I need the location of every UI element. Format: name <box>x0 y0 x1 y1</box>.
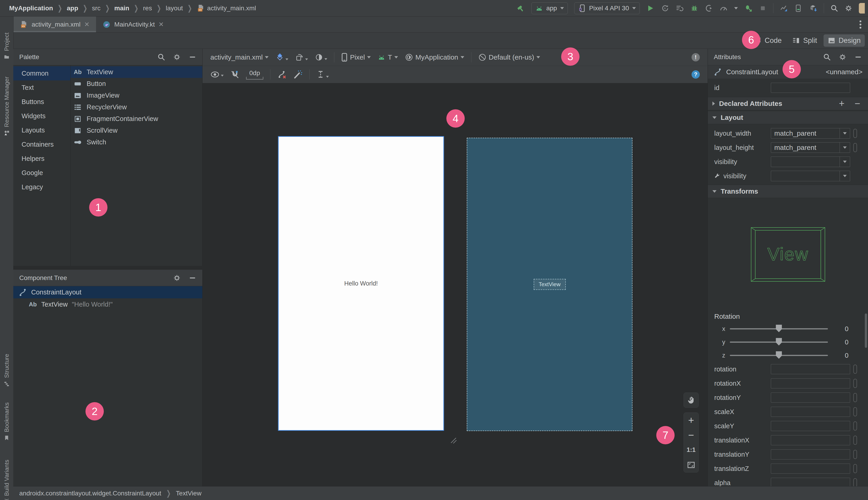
palette-component-scrollview[interactable]: ScrollView <box>71 125 202 136</box>
remove-attribute-button[interactable]: − <box>855 98 860 109</box>
build-hammer-icon[interactable] <box>517 4 525 12</box>
resource-pill-toggle[interactable] <box>853 407 857 416</box>
resource-pill-toggle[interactable] <box>853 143 857 152</box>
layout-inspector-icon[interactable] <box>780 4 788 12</box>
transforms-section[interactable]: Transforms <box>708 185 868 198</box>
tab-mainactivity-kt[interactable]: MainActivity.kt ✕ <box>96 16 170 32</box>
rotation-slider-y[interactable] <box>730 336 828 349</box>
palette-component-imageview[interactable]: ImageView <box>71 90 202 101</box>
clear-constraints-button[interactable] <box>277 70 286 79</box>
attribute-input-translationX[interactable] <box>771 435 850 445</box>
palette-category-containers[interactable]: Containers <box>13 137 70 151</box>
sdk-manager-icon[interactable] <box>809 4 818 12</box>
attribute-input-alpha[interactable] <box>771 478 850 486</box>
sidebar-item-resource-manager[interactable]: Resource Manager <box>0 77 13 136</box>
attach-debugger-icon[interactable] <box>744 4 753 12</box>
tree-item-constraintlayout[interactable]: ConstraintLayout <box>13 286 202 298</box>
attribute-value-dropdown[interactable] <box>771 171 850 181</box>
scrollbar-thumb[interactable] <box>865 314 867 348</box>
autoconnect-toggle[interactable] <box>230 70 239 79</box>
chevron-down-icon[interactable] <box>840 171 850 181</box>
help-icon[interactable]: ? <box>692 70 700 79</box>
attribute-input-rotationX[interactable] <box>771 378 850 388</box>
breadcrumb-item[interactable]: src <box>92 4 100 12</box>
resource-pill-toggle[interactable] <box>853 379 857 388</box>
sidebar-item-structure[interactable]: Structure <box>0 354 13 387</box>
debug-button[interactable] <box>690 4 698 12</box>
attribute-input-scaleY[interactable] <box>771 421 850 431</box>
chevron-down-icon[interactable] <box>734 7 738 9</box>
hello-world-text[interactable]: Hello World! <box>344 280 378 287</box>
search-icon[interactable] <box>157 53 165 61</box>
close-icon[interactable]: ✕ <box>84 21 89 28</box>
view-mode-split[interactable]: Split <box>788 34 821 47</box>
rotation-slider-z[interactable] <box>730 349 828 362</box>
search-icon[interactable] <box>823 53 831 61</box>
resource-pill-toggle[interactable] <box>853 478 857 486</box>
declared-attributes-section[interactable]: Declared Attributes + − <box>708 97 868 110</box>
canvas-resize-grip[interactable] <box>449 436 457 444</box>
orientation-select[interactable] <box>295 53 308 61</box>
design-view-phone[interactable]: Hello World! <box>278 136 444 431</box>
palette-category-helpers[interactable]: Helpers <box>13 151 70 166</box>
palette-category-buttons[interactable]: Buttons <box>13 95 70 109</box>
palette-component-button[interactable]: Button <box>71 78 202 90</box>
palette-category-legacy[interactable]: Legacy <box>13 180 70 194</box>
hide-panel-icon[interactable] <box>189 53 196 61</box>
breadcrumb-item[interactable]: res <box>143 4 152 12</box>
attribute-value-dropdown[interactable] <box>771 157 850 167</box>
layout-file-select[interactable]: activity_main.xml <box>210 53 269 61</box>
locale-select[interactable]: Default (en-us) <box>478 53 540 61</box>
tab-options-kebab-icon[interactable] <box>859 16 868 32</box>
attribute-input-translationY[interactable] <box>771 450 850 459</box>
status-path-item[interactable]: androidx.constraintlayout.widget.Constra… <box>19 490 161 497</box>
resource-pill-toggle[interactable] <box>853 421 857 431</box>
add-attribute-button[interactable]: + <box>839 98 845 109</box>
breadcrumb-item[interactable]: <>activity_main.xml <box>197 4 256 12</box>
palette-category-google[interactable]: Google <box>13 166 70 180</box>
hide-panel-icon[interactable] <box>854 53 862 61</box>
run-configuration-select[interactable]: app <box>532 2 568 14</box>
palette-category-layouts[interactable]: Layouts <box>13 123 70 137</box>
zoom-actual-button[interactable]: 1:1 <box>684 443 698 457</box>
attribute-value-dropdown[interactable]: match_parent <box>771 128 850 139</box>
device-select[interactable]: Pixel 4 API 30 <box>574 2 640 14</box>
chevron-down-icon[interactable] <box>840 143 850 152</box>
breadcrumb-item[interactable]: app <box>67 4 78 12</box>
layout-section[interactable]: Layout <box>708 111 868 124</box>
palette-category-widgets[interactable]: Widgets <box>13 109 70 123</box>
breadcrumb-item[interactable]: main <box>114 4 129 12</box>
view-options-select[interactable] <box>210 71 224 78</box>
chevron-down-icon[interactable] <box>840 128 850 138</box>
apply-changes-icon[interactable] <box>675 4 684 12</box>
resource-pill-toggle[interactable] <box>853 450 857 459</box>
view-mode-design[interactable]: Design <box>824 34 865 47</box>
chevron-down-icon[interactable] <box>840 157 850 167</box>
blueprint-textview[interactable]: TextView <box>534 279 566 290</box>
stop-button[interactable] <box>759 4 767 12</box>
slider-thumb[interactable] <box>776 338 782 345</box>
theme-select[interactable]: MyApplication <box>405 53 464 61</box>
night-mode-select[interactable] <box>315 53 327 61</box>
slider-thumb[interactable] <box>776 351 782 359</box>
tab-activity-main-xml[interactable]: <> activity_main.xml ✕ <box>13 16 96 32</box>
slider-thumb[interactable] <box>776 325 782 332</box>
breadcrumb-item[interactable]: MyApplication <box>9 4 53 12</box>
zoom-in-button[interactable]: + <box>684 413 698 428</box>
search-everywhere-icon[interactable] <box>831 4 838 12</box>
resource-pill-toggle[interactable] <box>853 464 857 473</box>
pan-hand-button[interactable] <box>684 393 699 408</box>
gear-icon[interactable] <box>173 274 181 282</box>
palette-component-switch[interactable]: Switch <box>71 136 202 148</box>
gear-icon[interactable] <box>839 53 846 61</box>
zoom-out-button[interactable]: − <box>684 428 698 443</box>
palette-component-recyclerview[interactable]: RecyclerView <box>71 101 202 113</box>
sidebar-item-project[interactable]: Project <box>0 33 13 60</box>
attribute-value-dropdown[interactable]: match_parent <box>771 142 850 153</box>
resource-pill-toggle[interactable] <box>853 365 857 374</box>
breadcrumb-item[interactable]: layout <box>166 4 183 12</box>
sidebar-item-build-variants[interactable]: Build Variants <box>0 460 13 500</box>
attribute-input-scaleX[interactable] <box>771 407 850 417</box>
logcat-android-icon[interactable] <box>0 497 13 500</box>
palette-component-textview[interactable]: AbTextView <box>71 66 202 78</box>
